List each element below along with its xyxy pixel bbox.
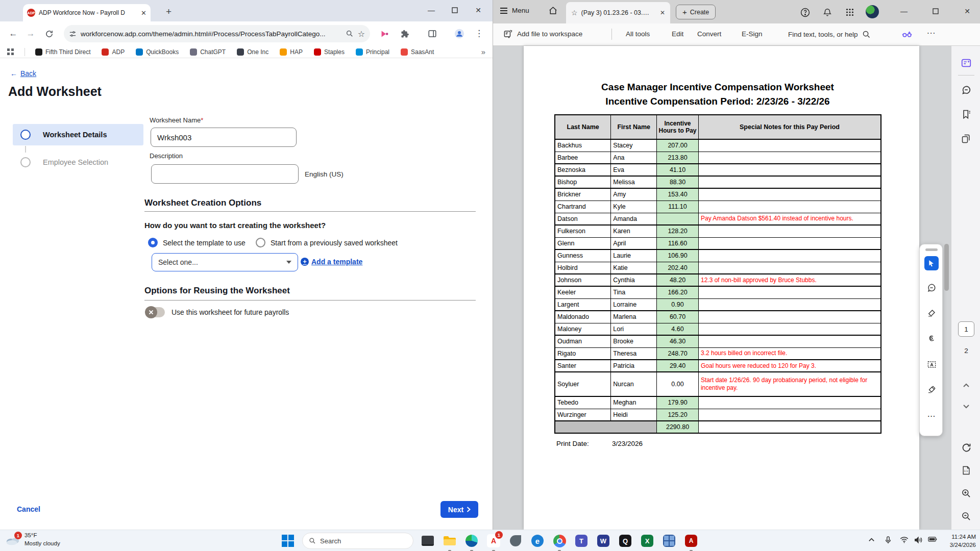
radio-saved-worksheet[interactable]: Start from a previously saved worksheet <box>256 238 398 247</box>
ai-assistant-toolbar-icon[interactable] <box>901 29 913 40</box>
taskbar-app-chrome[interactable] <box>551 533 568 549</box>
tray-volume-icon[interactable] <box>914 536 922 544</box>
bookmarks-overflow-chevron[interactable]: » <box>481 47 485 56</box>
bookmark-item[interactable]: QuickBooks <box>136 48 179 56</box>
home-icon[interactable] <box>548 6 558 15</box>
pdf-scrollbar[interactable] <box>944 47 949 529</box>
document-tab[interactable]: ☆ (Pay 3) 01.23.26 - 03.22.2... ✕ <box>566 2 670 23</box>
help-icon[interactable] <box>799 7 811 18</box>
chrome-close-button[interactable]: ✕ <box>467 0 490 20</box>
acrobat-close-button[interactable]: ✕ <box>955 1 979 21</box>
template-select[interactable]: Select one... <box>152 253 298 271</box>
side-panel-icon[interactable] <box>428 29 437 38</box>
chrome-menu-kebab-icon[interactable]: ⋮ <box>475 28 483 39</box>
document-tab-close-icon[interactable]: ✕ <box>660 9 665 16</box>
apps-grid-icon[interactable] <box>844 7 855 18</box>
profile-avatar[interactable] <box>866 5 879 18</box>
description-input[interactable] <box>151 164 299 184</box>
toolbar-drag-handle[interactable] <box>925 248 938 251</box>
text-box-tool[interactable] <box>924 357 939 371</box>
tray-wifi-icon[interactable] <box>900 536 909 543</box>
zoom-out-icon[interactable] <box>960 510 972 522</box>
browser-tab[interactable]: ADP ADP Workforce Now - Payroll D ✕ <box>23 4 151 21</box>
apps-grid-icon[interactable] <box>7 48 14 56</box>
actual-size-icon[interactable]: 1:1 <box>960 464 972 477</box>
bookmark-item[interactable]: SaasAnt <box>401 48 434 56</box>
acrobat-minimize-button[interactable]: — <box>892 1 916 21</box>
taskbar-app-file-explorer[interactable] <box>442 533 458 549</box>
edit-menu[interactable]: Edit <box>672 30 683 38</box>
site-settings-icon[interactable] <box>69 30 77 38</box>
taskbar-app-teams[interactable]: T <box>573 533 590 549</box>
extensions-puzzle-icon[interactable] <box>401 30 409 38</box>
bookmark-item[interactable]: Staples <box>314 48 345 56</box>
bookmarks-panel-icon[interactable] <box>960 108 972 120</box>
reuse-toggle[interactable] <box>145 307 165 317</box>
highlight-tool[interactable] <box>924 306 939 320</box>
bookmark-item[interactable]: ADP <box>102 48 125 56</box>
create-button[interactable]: + Create <box>676 5 716 19</box>
zoom-page-icon[interactable] <box>346 30 354 38</box>
taskbar-app-widgets[interactable] <box>420 533 436 549</box>
taskbar-app-outlook[interactable]: e <box>529 533 546 549</box>
back-nav-icon[interactable]: ← <box>6 27 20 41</box>
new-tab-button[interactable]: + <box>166 6 172 17</box>
omnibox[interactable]: workforcenow.adp.com/theme/admin.html#/P… <box>64 25 370 42</box>
taskbar-app-acrobat-reader[interactable]: A <box>683 533 699 549</box>
bookmark-item[interactable]: Principal <box>356 48 389 56</box>
taskbar-app-snipping[interactable] <box>507 533 524 549</box>
find-tools-search[interactable]: Find text, tools, or help <box>788 30 871 39</box>
radio-select-template[interactable]: Select the template to use <box>148 238 246 247</box>
taskbar-search[interactable]: Search <box>302 533 413 549</box>
bookmark-item[interactable]: ChatGPT <box>190 48 226 56</box>
next-page-chevron-icon[interactable] <box>962 402 970 410</box>
all-tools-menu[interactable]: All tools <box>626 30 650 38</box>
ai-assistant-panel-icon[interactable] <box>960 57 972 69</box>
add-file-to-workspace-button[interactable]: Add file to workspace <box>503 29 582 39</box>
url-text[interactable]: workforcenow.adp.com/theme/admin.html#/P… <box>81 30 341 38</box>
scrollbar-thumb[interactable] <box>944 244 949 291</box>
tray-chevron-up-icon[interactable] <box>868 536 875 544</box>
select-tool[interactable] <box>924 256 939 270</box>
comments-panel-icon[interactable] <box>960 84 972 96</box>
draw-tool[interactable] <box>924 332 939 346</box>
forward-nav-icon[interactable]: → <box>23 27 38 41</box>
step-employee-selection[interactable]: Employee Selection <box>13 153 143 171</box>
taskbar-app-acrobat[interactable]: A 1 <box>485 533 502 549</box>
start-button[interactable] <box>282 535 294 547</box>
comment-tool[interactable] <box>924 281 939 295</box>
tab-close-icon[interactable]: ✕ <box>141 9 146 17</box>
convert-menu[interactable]: Convert <box>697 30 721 38</box>
acrobat-maximize-button[interactable] <box>924 1 947 21</box>
notifications-bell-icon[interactable] <box>822 7 833 18</box>
more-tools[interactable]: ⋯ <box>924 409 939 423</box>
toolbar-overflow-kebab[interactable]: ... <box>927 26 936 36</box>
previous-page-chevron-icon[interactable] <box>962 382 970 390</box>
taskbar-app-excel[interactable]: X <box>639 533 655 549</box>
add-template-link[interactable]: + Add a template <box>301 258 362 266</box>
taskbar-app-word[interactable]: W <box>595 533 611 549</box>
bookmark-item[interactable]: HAP <box>280 48 303 56</box>
chrome-maximize-button[interactable] <box>443 0 467 20</box>
chrome-minimize-button[interactable]: — <box>420 0 443 20</box>
page-thumbnail-2[interactable]: 2 <box>958 347 974 355</box>
extension-pink-icon[interactable] <box>380 30 389 38</box>
worksheet-name-input[interactable]: Wrksh003 <box>151 128 297 147</box>
reload-icon[interactable] <box>42 27 56 41</box>
bookmark-star-icon[interactable]: ☆ <box>358 29 365 39</box>
bookmark-item[interactable]: One Inc <box>237 48 268 56</box>
pages-panel-icon[interactable] <box>960 133 972 145</box>
back-link[interactable]: ←Back <box>10 69 36 78</box>
taskbar-app-quickbooks[interactable]: Q <box>617 533 633 549</box>
cancel-button[interactable]: Cancel <box>17 505 40 513</box>
acrobat-menu-button[interactable]: Menu <box>500 7 529 14</box>
zoom-in-icon[interactable] <box>960 487 972 499</box>
bookmark-item[interactable]: Fifth Third Direct <box>35 48 90 56</box>
taskbar-clock[interactable]: 11:24 AM 3/24/2026 <box>940 533 976 549</box>
tray-battery-icon[interactable] <box>928 536 937 542</box>
esign-menu[interactable]: E-Sign <box>742 30 763 38</box>
weather-widget[interactable]: 1 35°F Mostly cloudy <box>5 532 60 547</box>
rotate-view-icon[interactable] <box>960 441 972 454</box>
taskbar-app-edge[interactable] <box>463 533 480 549</box>
step-worksheet-details[interactable]: Worksheet Details <box>13 124 143 145</box>
